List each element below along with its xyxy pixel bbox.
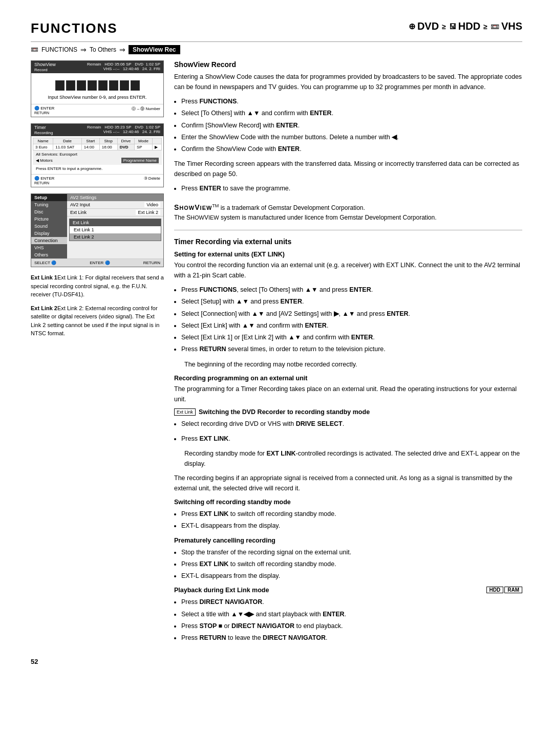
timer-screen-body: Name Date Start Stop Drive Mode 3 Euro 1… (31, 136, 163, 174)
showview-header-label: ShowView Record (34, 62, 56, 72)
prematurely-list: Stop the transfer of the recording signa… (174, 547, 522, 582)
timer-screen-header: TimerRecording Remain HDD 35:23 SP DVD 1… (31, 124, 163, 136)
showview-note1: The Timer Recording screen appears with … (174, 159, 522, 179)
breadcrumb-arrow2: ⇒ (119, 46, 125, 54)
cassette-icon: 📼 (31, 46, 38, 53)
prematurely-subtitle: Prematurely cancelling recording (174, 537, 522, 544)
showview-screen-footer: 🔵 ENTERRETURN ⓪ – ⑨ Number (31, 104, 163, 117)
ext-link-indicator: Ext Link (174, 408, 196, 416)
showview-record-title: ShowView Record (174, 60, 522, 69)
page-title: FUNCTIONS (31, 20, 118, 36)
showview-screen-body: Input ShowView number 0-9, and press ENT… (31, 73, 163, 104)
digit-box-5 (98, 80, 108, 91)
standby-note: Recording standby mode for EXT LINK-cont… (184, 448, 522, 469)
digit-box-6 (109, 80, 118, 91)
prematurely-step-2: Press EXT LINK to switch off recording s… (181, 559, 522, 570)
switch-ext-link-list: Press EXT LINK. (174, 434, 522, 444)
recording-subtitle: Recording programming on an external uni… (174, 375, 522, 382)
timer-motors: ◀ Motors (36, 158, 53, 163)
digit-box-3 (77, 80, 86, 91)
main-content: ShowView Record Remain HDD 35:06 SP DVD … (31, 60, 522, 647)
showview-footer-number: ⓪ – ⑨ Number (132, 106, 160, 115)
setup-menu: Setup Tuning Disc Picture Sound Display … (31, 194, 67, 258)
showview-trademark: SHOWVIEWTM is a trademark of Gemstar Dev… (174, 202, 522, 223)
ext-step-2: Select [Setup] with ▲▼ and press ENTER. (181, 296, 522, 307)
setup-footer-return: RETURN (143, 261, 160, 265)
breadcrumb-to-others: To Others (90, 46, 116, 53)
timer-col-name: Name (33, 138, 53, 144)
timer-table-header-row: Name Date Start Stop Drive Mode (33, 138, 162, 144)
vhs-icon: 📼 (491, 23, 499, 31)
setup-menu-disc: Disc (31, 208, 67, 215)
timer-col-stop: Stop (99, 138, 117, 144)
ext-step-3: Select [Connection] with ▲▼ and [AV2 Set… (181, 309, 522, 319)
setup-main: AV2 Settings AV2 Input Video Ext Link Ex… (67, 194, 163, 258)
timer-mode: SP (135, 144, 153, 150)
setup-menu-connection: Connection (31, 237, 67, 244)
digit-boxes (34, 80, 160, 91)
breadcrumb: 📼 FUNCTIONS ⇒ To Others ⇒ ShowView Rec (31, 41, 522, 54)
timer-footer-delete: ③ Delete (144, 176, 160, 185)
switching-header: Ext Link Switching the DVD Recorder to r… (174, 408, 522, 416)
switching-subtitle: Switching the DVD Recorder to recording … (199, 408, 370, 416)
breadcrumb-arrow1: ⇒ (80, 46, 87, 54)
vhs-separator: ≥ (483, 23, 487, 31)
digit-box-4 (88, 80, 97, 91)
timer-col-start: Start (81, 138, 99, 144)
setup-main-header: AV2 Settings (67, 194, 163, 201)
setup-footer-enter: ENTER 🔵 (90, 261, 110, 265)
showview-note2-list: Press ENTER to save the programme. (174, 183, 522, 194)
showview-step-1: Press FUNCTIONS. (181, 96, 522, 107)
setup-menu-tuning: Tuning (31, 201, 67, 208)
page-header: FUNCTIONS ⊕ DVD ≥ 🖫 HDD ≥ 📼 VHS (31, 20, 522, 36)
timer-rec-title: Timer Recording via external units (174, 237, 522, 246)
showview-input-label: Input ShowView number 0-9, and press ENT… (34, 95, 160, 100)
programme-name-btn: Programme Name (121, 158, 159, 163)
setup-submenu-header: Ext Link (70, 219, 161, 226)
timer-table: Name Date Start Stop Drive Mode 3 Euro 1… (33, 138, 162, 150)
playback-step-1: Press DIRECT NAVIGATOR. (181, 597, 522, 608)
timer-stop: 16:00 (99, 144, 117, 150)
setup-av2-label: AV2 Input (70, 202, 90, 207)
showview-step-4: Enter the ShowView Code with the number … (181, 132, 522, 143)
record-begins-note: The recording begins if an appropriate s… (174, 473, 522, 493)
setup-av2-value: Video (144, 202, 160, 207)
digit-box-8 (131, 80, 140, 91)
playback-header: Playback during Ext Link mode HDD RAM (174, 587, 522, 594)
timer-start: 14:00 (81, 144, 99, 150)
divider (174, 230, 522, 230)
vhs-label: VHS (501, 20, 522, 32)
setup-extlink-value: Ext Link 2 (136, 210, 160, 215)
timer-drive: DVD (117, 144, 134, 150)
switch-step-1: Select recording drive DVD or VHS with D… (181, 419, 522, 429)
timer-table-row: 3 Euro 11.03 SAT 14:00 16:00 DVD SP ▶ (33, 144, 162, 150)
showview-footer-enter: 🔵 ENTERRETURN (34, 106, 54, 115)
ext-step-6: Press RETURN several times, in order to … (181, 344, 522, 355)
setup-menu-vhs: VHS (31, 244, 67, 251)
page-container: FUNCTIONS ⊕ DVD ≥ 🖫 HDD ≥ 📼 VHS 📼 FUNCTI… (31, 20, 522, 665)
setup-submenu-extlink1: Ext Link 1 (70, 226, 161, 233)
timer-col-extra (152, 138, 161, 144)
timer-press-enter: Press ENTER to input a programme. (33, 165, 162, 172)
showview-header-remain: Remain HDD 35:06 SP DVD 1:02 SP VHS --:-… (87, 62, 160, 72)
showview-screen-header: ShowView Record Remain HDD 35:06 SP DVD … (31, 61, 163, 73)
playback-steps-list: Press DIRECT NAVIGATOR. Select a title w… (174, 597, 522, 643)
playback-subtitle: Playback during Ext Link mode (174, 587, 269, 594)
playback-step-2: Select a title with ▲▼◀▶ and start playb… (181, 609, 522, 620)
hdd-label: HDD (458, 20, 480, 32)
ext-step-1: Press FUNCTIONS, select [To Others] with… (181, 285, 522, 295)
setup-row-av2: AV2 Input Video (67, 201, 163, 209)
setup-row-extlink: Ext Link Ext Link 2 (67, 209, 163, 217)
timer-arrow: ▶ (152, 144, 161, 150)
timer-footer: 🔵 ENTERRETURN ③ Delete (31, 174, 163, 187)
timer-col-date: Date (53, 138, 82, 144)
prematurely-step-3: EXT-L disappears from the display. (181, 571, 522, 581)
switch-off-step-1: Press EXT LINK to switch off recording s… (181, 509, 522, 520)
timer-col-drive: Drive (117, 138, 134, 144)
breadcrumb-functions: FUNCTIONS (41, 46, 77, 53)
timer-name: 3 Euro (33, 144, 53, 150)
hdd-icon: 🖫 (449, 23, 456, 31)
ext-link1-note: Ext Link 1Ext Link 1: For digital receiv… (31, 273, 164, 299)
setup-menu-others: Others (31, 251, 67, 258)
showview-screen: ShowView Record Remain HDD 35:06 SP DVD … (31, 60, 164, 117)
